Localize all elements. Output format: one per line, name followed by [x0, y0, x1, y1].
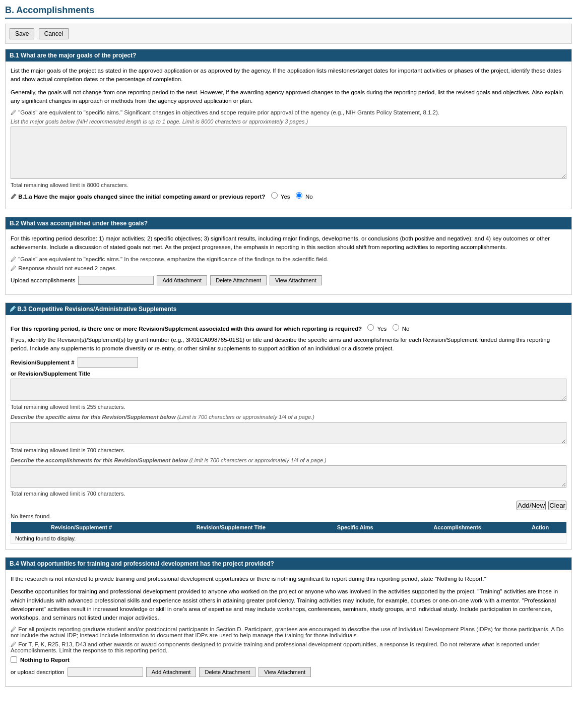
b3-no-label: No	[402, 326, 410, 332]
cancel-button[interactable]: Cancel	[39, 28, 69, 39]
b3-revision-title-textarea[interactable]	[11, 379, 566, 401]
b3-revision-num-row: Revision/Supplement #	[11, 357, 566, 368]
b3-table-empty-row: Nothing found to display.	[11, 533, 566, 544]
save-button[interactable]: Save	[10, 28, 34, 39]
b2-desc1: For this reporting period describe: 1) m…	[11, 234, 566, 252]
section-b3-content: For this reporting period, is there one …	[6, 315, 571, 550]
b3-nothing-to-display: Nothing found to display.	[11, 533, 566, 544]
b3-col-action: Action	[515, 522, 566, 533]
b3-clear-button[interactable]: Clear	[548, 501, 566, 510]
b3-yes-label: Yes	[377, 326, 387, 332]
b4-tip1: For all projects reporting graduate stud…	[11, 626, 566, 638]
b3-question-text: For this reporting period, is there one …	[11, 326, 362, 332]
b3-revision-title-label: or Revision/Supplement Title	[11, 371, 566, 377]
b4-desc2: Describe opportunities for training and …	[11, 587, 566, 622]
b3-specific-aims-textarea[interactable]	[11, 422, 566, 444]
b1a-question-icon: 🖉	[11, 194, 18, 200]
b3-accomplishments-label: Describe the accomplishments for this Re…	[11, 457, 566, 463]
b4-upload-input[interactable]	[68, 668, 143, 677]
b4-upload-row: or upload description Add Attachment Del…	[11, 667, 566, 677]
b1a-no-radio[interactable]	[296, 192, 302, 199]
b2-upload-label: Upload accomplishments	[11, 277, 75, 283]
b3-col-accomplishments: Accomplishments	[400, 522, 514, 533]
b3-accomplishments-textarea[interactable]	[11, 465, 566, 488]
b4-nothing-to-report-label: Nothing to Report	[20, 657, 70, 663]
b3-table-header-row: Revision/Supplement # Revision/Supplemen…	[11, 522, 566, 533]
b3-table-actions: Add/New Clear	[11, 501, 566, 510]
b3-question-row: For this reporting period, is there one …	[11, 324, 566, 332]
b1a-yes-radio[interactable]	[271, 192, 278, 199]
section-b2: B.2 What was accomplished under these go…	[5, 217, 572, 295]
b3-remaining-accmpl: Total remaining allowed limit is 700 cha…	[11, 491, 566, 497]
section-b3-header-text: B.3 Competitive Revisions/Administrative…	[17, 306, 176, 313]
b1a-no-label: No	[305, 194, 313, 200]
b4-desc1: If the research is not intended to provi…	[11, 575, 566, 583]
b3-col-revision-title: Revision/Supplement Title	[152, 522, 310, 533]
b4-tip2: For T, F, K, R25, R13, D43 and other awa…	[11, 641, 566, 653]
b3-table: Revision/Supplement # Revision/Supplemen…	[11, 522, 566, 544]
b3-specific-aims-label: Describe the specific aims for this Revi…	[11, 414, 566, 420]
page-title: B. Accomplishments	[5, 5, 572, 19]
section-b4: B.4 What opportunities for training and …	[5, 557, 572, 687]
b4-view-attachment-button[interactable]: View Attachment	[259, 667, 311, 677]
b2-view-attachment-button[interactable]: View Attachment	[270, 275, 322, 285]
b3-col-specific-aims: Specific Aims	[310, 522, 400, 533]
section-b3: 🖉 B.3 Competitive Revisions/Administrati…	[5, 302, 572, 550]
section-b1: B.1 What are the major goals of the proj…	[5, 49, 572, 209]
section-b2-header: B.2 What was accomplished under these go…	[6, 217, 571, 229]
b2-tip2: Response should not exceed 2 pages.	[11, 265, 566, 271]
b1-remaining: Total remaining allowed limit is 8000 ch…	[11, 182, 566, 188]
section-b1-header: B.1 What are the major goals of the proj…	[6, 49, 571, 62]
b4-nothing-to-report-checkbox[interactable]	[11, 656, 17, 663]
b1a-question-text: B.1.a Have the major goals changed since…	[18, 194, 265, 200]
b2-upload-input[interactable]	[78, 276, 154, 285]
b1-desc2: Generally, the goals will not change fro…	[11, 88, 566, 106]
b2-tip1: "Goals" are equivalent to "specific aims…	[11, 256, 566, 262]
b3-revision-num-label: Revision/Supplement #	[11, 359, 75, 366]
b3-desc1: If yes, identify the Revision(s)/Supplem…	[11, 336, 566, 353]
b4-delete-attachment-button[interactable]: Delete Attachment	[199, 667, 255, 677]
toolbar: Save Cancel	[5, 24, 572, 44]
b3-header-icon: 🖉	[10, 306, 17, 313]
b4-nothing-to-report-row: Nothing to Report	[11, 656, 566, 663]
b3-no-items-text: No items found.	[11, 513, 566, 519]
b4-or-upload-label: or upload description	[11, 669, 65, 675]
section-b1-content: List the major goals of the project as s…	[6, 62, 571, 209]
b3-remaining-255: Total remaining allowed limit is 255 cha…	[11, 404, 566, 410]
b4-add-attachment-button[interactable]: Add Attachment	[146, 667, 197, 677]
b1-desc1: List the major goals of the project as s…	[11, 67, 566, 84]
b2-upload-row: Upload accomplishments Add Attachment De…	[11, 275, 566, 285]
b3-revision-num-input[interactable]	[78, 357, 138, 368]
b1-tip1: "Goals" are equivalent to "specific aims…	[11, 109, 566, 115]
b3-yes-radio[interactable]	[367, 324, 374, 331]
b3-col-revision-num: Revision/Supplement #	[11, 522, 152, 533]
b1-field-label: List the major goals below (NIH recommen…	[11, 118, 566, 125]
b3-add-new-button[interactable]: Add/New	[517, 501, 546, 510]
section-b2-content: For this reporting period describe: 1) m…	[6, 229, 571, 294]
b3-no-radio[interactable]	[393, 324, 399, 331]
b3-remaining-aims: Total remaining allowed limit is 700 cha…	[11, 447, 566, 453]
section-b4-content: If the research is not intended to provi…	[6, 570, 571, 686]
section-b3-header: 🖉 B.3 Competitive Revisions/Administrati…	[6, 303, 571, 315]
b1a-yes-label: Yes	[281, 194, 290, 200]
b1-major-goals-textarea[interactable]	[11, 127, 566, 179]
section-b4-header: B.4 What opportunities for training and …	[6, 558, 571, 570]
b2-delete-attachment-button[interactable]: Delete Attachment	[210, 275, 267, 285]
b2-add-attachment-button[interactable]: Add Attachment	[157, 275, 207, 285]
b1a-question-row: 🖉 B.1.a Have the major goals changed sin…	[11, 192, 566, 200]
